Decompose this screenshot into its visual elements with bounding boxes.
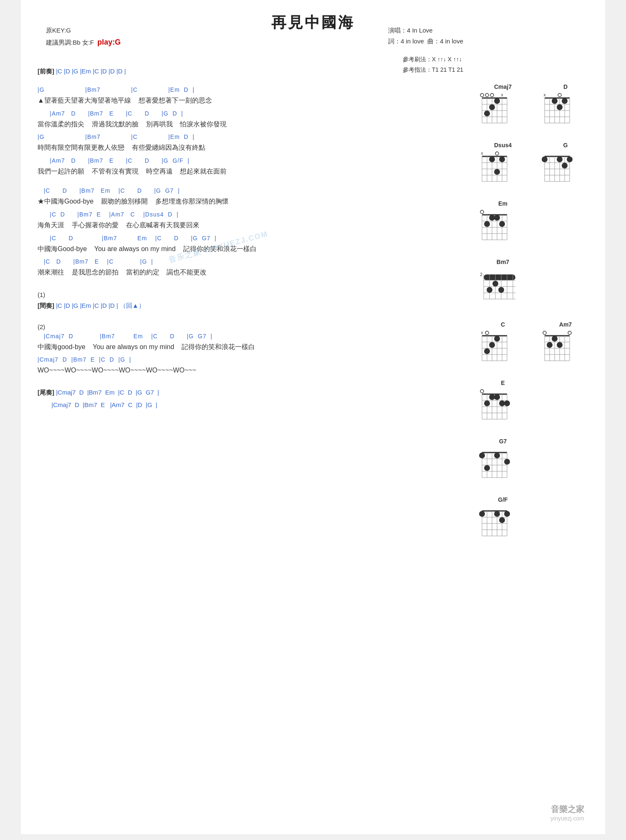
original-key: 原KEY:G bbox=[46, 25, 121, 36]
meta-right: 演唱：4 In Love 詞：4 in love 曲：4 in love bbox=[388, 25, 463, 46]
s2-lyrics: 中國海good-bye You are always on my mind 記得… bbox=[38, 342, 459, 352]
credits-label: 詞：4 in love 曲：4 in love bbox=[388, 36, 463, 47]
section2-num: (2) bbox=[38, 323, 459, 330]
svg-point-111 bbox=[484, 348, 490, 354]
svg-point-172 bbox=[494, 511, 500, 517]
svg-text:2: 2 bbox=[480, 272, 482, 277]
chord-row-3: Em bbox=[472, 200, 597, 246]
s2-chords: |Cmaj7 D |Bm7 Em |C D |G G7 | bbox=[38, 332, 459, 341]
svg-point-127 bbox=[557, 342, 563, 348]
svg-point-110 bbox=[489, 342, 495, 348]
interlude-line: [間奏] |C |D |G |Em |C |D |D | （回▲） bbox=[38, 301, 459, 311]
svg-point-79 bbox=[484, 221, 490, 227]
svg-point-33 bbox=[557, 104, 563, 110]
verse2b-lyrics: 我們一起許的願 不管有沒有實現 時空再遠 想起來就在面前 bbox=[38, 166, 459, 177]
chorus1-chords: |C D |Bm7 Em |C D |G G7 | bbox=[38, 186, 459, 195]
singer-label: 演唱：4 In Love bbox=[388, 25, 463, 36]
chord-d: D x bbox=[540, 83, 591, 129]
chord-g: G bbox=[540, 142, 591, 188]
svg-point-141 bbox=[494, 394, 500, 400]
svg-point-144 bbox=[504, 400, 510, 406]
svg-point-126 bbox=[547, 342, 553, 348]
svg-point-125 bbox=[552, 336, 558, 342]
svg-point-34 bbox=[495, 152, 499, 155]
chord-row-5: C x bbox=[472, 321, 597, 367]
chorus2-lyrics: 中國海Good-bye You are always on my mind 記得… bbox=[38, 244, 459, 254]
svg-text:x: x bbox=[481, 330, 483, 335]
svg-point-15 bbox=[494, 98, 500, 104]
svg-point-13 bbox=[490, 93, 494, 97]
svg-point-93 bbox=[492, 281, 498, 287]
page: 再見中國海 原KEY:G 建議男調:Bb 女:F play:G 演唱：4 In … bbox=[21, 0, 605, 834]
chord-dsus4: Dsus4 x bbox=[478, 142, 528, 188]
svg-point-94 bbox=[487, 287, 492, 293]
svg-point-142 bbox=[484, 400, 490, 406]
finger-pattern: 參考指法：T1 21 T1 21 bbox=[403, 65, 463, 75]
svg-point-78 bbox=[494, 215, 500, 221]
meta-left: 原KEY:G 建議男調:Bb 女:F play:G bbox=[46, 25, 121, 48]
svg-point-113 bbox=[568, 331, 571, 334]
svg-point-62 bbox=[557, 156, 563, 162]
svg-point-16 bbox=[489, 104, 495, 110]
chorus2-chords: |C D |Bm7 Em |C D |G G7 | bbox=[38, 234, 459, 243]
verse2b-chords: |Am7 D |Bm7 E |C D |G G/F | bbox=[38, 156, 459, 165]
chord-row-2: Dsus4 x bbox=[472, 142, 597, 188]
verse1-lyrics: ▲望著藍天望著大海望著地平線 想著愛想著下一刻的思念 bbox=[38, 95, 459, 106]
svg-point-48 bbox=[499, 156, 505, 162]
svg-point-65 bbox=[480, 210, 484, 214]
chorus1b-chords: |C D |Bm7 E |Am7 C |Dsus4 D | bbox=[38, 210, 459, 219]
verse1b-chords: |Am7 D |Bm7 E |C D |G D | bbox=[38, 109, 459, 118]
svg-point-140 bbox=[489, 394, 495, 400]
svg-point-97 bbox=[485, 331, 489, 334]
s2b-chords: |Cmaj7 D |Bm7 E |C D |G | bbox=[38, 355, 459, 364]
svg-point-49 bbox=[494, 169, 500, 175]
chorus1-lyrics: ★中國海Good-bye 親吻的臉別移開 多想埋進你那深情的胸懷 bbox=[38, 196, 459, 207]
chorus1b-lyrics: 海角天涯 手心握著你的愛 在心底喊著有天我要回來 bbox=[38, 220, 459, 231]
chord-row-4: Bm7 2 bbox=[472, 259, 597, 309]
verse1-chords: |G |Bm7 |C |Em D | bbox=[38, 86, 459, 94]
svg-point-171 bbox=[479, 511, 485, 517]
chord-row-1: Cmaj7 bbox=[472, 83, 597, 129]
chord-am7: Am7 bbox=[540, 321, 591, 367]
svg-point-109 bbox=[494, 336, 500, 342]
chord-row-7: G7 bbox=[472, 438, 597, 484]
chord-g7: G7 bbox=[478, 438, 528, 484]
svg-point-159 bbox=[484, 465, 490, 471]
chord-bm7: Bm7 2 bbox=[478, 259, 528, 309]
svg-point-31 bbox=[552, 98, 558, 104]
svg-point-17 bbox=[484, 111, 490, 116]
svg-text:x: x bbox=[544, 93, 546, 97]
svg-point-112 bbox=[543, 331, 546, 334]
svg-point-128 bbox=[480, 390, 484, 393]
chorus2b-lyrics: 潮來潮往 是我思念的節拍 當初的約定 謁也不能更改 bbox=[38, 267, 459, 278]
outro-line1: [尾奏] |Cmaj7 D |Bm7 Em |C D |G G7 | bbox=[38, 387, 459, 397]
chord-diagrams: Cmaj7 bbox=[472, 83, 597, 555]
svg-point-143 bbox=[499, 400, 505, 406]
svg-point-64 bbox=[567, 156, 573, 162]
svg-point-47 bbox=[489, 156, 495, 162]
key-suggestion: 建議男調:Bb 女:F play:G bbox=[46, 36, 121, 49]
chord-row-8: G/F bbox=[472, 496, 597, 542]
svg-point-12 bbox=[485, 93, 489, 97]
chord-gf: G/F bbox=[478, 496, 528, 542]
chord-c: C x bbox=[478, 321, 528, 367]
strum-pattern: 參考刷法：X ↑↑↓ X ↑↑↓ bbox=[403, 54, 463, 65]
chord-e: E bbox=[478, 380, 528, 425]
footer-logo: 音樂之家 yinyuezj.com bbox=[550, 804, 588, 822]
svg-text:x: x bbox=[501, 93, 503, 97]
verse2-lyrics: 時間有限空間有限更教人依戀 有些愛纏綿因為沒有終點 bbox=[38, 142, 459, 153]
svg-point-95 bbox=[498, 287, 504, 293]
interlude-num: (1) bbox=[38, 291, 459, 298]
verse1b-lyrics: 當你溫柔的指尖 滑過我沈默的臉 別再哄我 怕淚水被你發現 bbox=[38, 119, 459, 130]
svg-point-174 bbox=[499, 517, 505, 523]
svg-point-77 bbox=[489, 215, 495, 221]
svg-point-156 bbox=[479, 453, 485, 458]
svg-rect-82 bbox=[484, 274, 515, 280]
chord-cmaj7: Cmaj7 bbox=[478, 83, 528, 129]
strumming-reference: 參考刷法：X ↑↑↓ X ↑↑↓ 參考指法：T1 21 T1 21 bbox=[403, 54, 463, 75]
svg-point-11 bbox=[480, 93, 484, 97]
play-key: play:G bbox=[97, 38, 121, 46]
verse2-chords: |G |Bm7 |C |Em D | bbox=[38, 133, 459, 141]
chord-em: Em bbox=[478, 200, 528, 246]
svg-point-32 bbox=[562, 98, 568, 104]
